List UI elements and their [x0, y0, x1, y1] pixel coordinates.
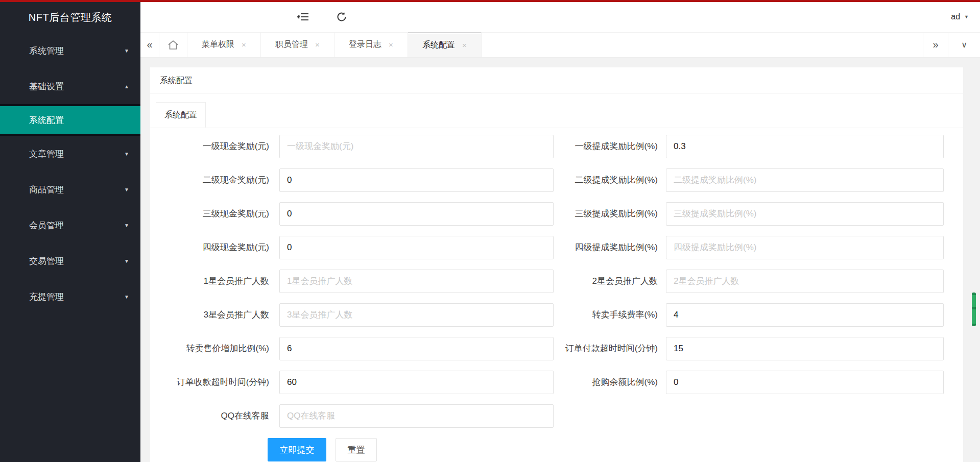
- tab-3[interactable]: 登录日志×: [334, 32, 408, 57]
- form-input-right-4[interactable]: [666, 236, 944, 259]
- field-gap: [658, 168, 666, 192]
- field-gap: [269, 168, 279, 192]
- form-input-left-2[interactable]: [279, 168, 554, 192]
- sidebar-item-2[interactable]: 基础设置▲: [0, 68, 140, 104]
- refresh-icon: [336, 11, 347, 22]
- vertical-scrollbar-thumb[interactable]: [972, 293, 976, 326]
- sidebar-item-label: 基础设置: [29, 81, 124, 92]
- field-gap: [658, 270, 666, 293]
- sidebar-item-4[interactable]: 商品管理▼: [0, 172, 140, 207]
- field-gap: [269, 135, 279, 158]
- form-input-right-3[interactable]: [666, 202, 944, 226]
- form-label: 三级提成奖励比例(%): [554, 202, 658, 226]
- chevron-down-icon: ▼: [124, 258, 129, 264]
- form-label: 订单收款超时时间(分钟): [150, 371, 269, 394]
- tab-1[interactable]: 菜单权限×: [187, 32, 261, 57]
- form-input-right-5[interactable]: [666, 270, 944, 293]
- tab-2[interactable]: 职员管理×: [261, 32, 334, 57]
- form-input-left-9[interactable]: [279, 404, 554, 428]
- form-label: 四级提成奖励比例(%): [554, 236, 658, 259]
- form-input-left-4[interactable]: [279, 236, 554, 259]
- form-buttons: 立即提交重置: [150, 438, 963, 461]
- tab-label: 职员管理: [275, 39, 308, 50]
- form-label: 转卖售价增加比例(%): [150, 337, 269, 360]
- form-input-left-7[interactable]: [279, 337, 554, 360]
- form-label: 转卖手续费率(%): [554, 303, 658, 327]
- form-label: 三级现金奖励(元): [150, 202, 269, 226]
- submit-button[interactable]: 立即提交: [268, 438, 326, 461]
- form-input-right-6[interactable]: [666, 303, 944, 327]
- form-label: 四级现金奖励(元): [150, 236, 269, 259]
- field-gap: [658, 236, 666, 259]
- form-label: 二级提成奖励比例(%): [554, 168, 658, 192]
- tabs-scroll-left-button[interactable]: «: [140, 32, 159, 57]
- form-input-right-8[interactable]: [666, 371, 944, 394]
- field-gap: [658, 371, 666, 394]
- field-gap: [658, 303, 666, 327]
- inner-tab-system-config[interactable]: 系统配置: [156, 102, 206, 128]
- form-input-left-3[interactable]: [279, 202, 554, 226]
- form-label: 3星会员推广人数: [150, 303, 269, 327]
- home-tab-button[interactable]: [159, 32, 187, 57]
- chevron-down-icon: ▼: [124, 187, 129, 192]
- form-row: 一级现金奖励(元)一级提成奖励比例(%): [150, 135, 963, 158]
- field-gap: [658, 337, 666, 360]
- topbar: ad ▼: [140, 2, 980, 33]
- form-label: 一级现金奖励(元): [150, 135, 269, 158]
- form-row: 订单收款超时时间(分钟)抢购余额比例(%): [150, 371, 963, 394]
- chevron-down-icon: ▼: [124, 294, 129, 300]
- form-input-left-5[interactable]: [279, 270, 554, 293]
- field-gap: [269, 270, 279, 293]
- tabs-scroll-right-button[interactable]: »: [923, 32, 948, 57]
- tab-4[interactable]: 系统配置×: [408, 32, 482, 57]
- sidebar-item-7[interactable]: 充提管理▼: [0, 279, 140, 314]
- sidebar-submenu-item-label: 系统配置: [29, 114, 64, 126]
- form-input-left-1[interactable]: [279, 135, 554, 158]
- sidebar-item-5[interactable]: 会员管理▼: [0, 207, 140, 243]
- tabbar-spacer: [482, 32, 923, 57]
- sidebar-item-1[interactable]: 系统管理▼: [0, 33, 140, 68]
- field-gap: [269, 202, 279, 226]
- sidebar-item-3[interactable]: 文章管理▼: [0, 136, 140, 172]
- sidebar: NFT后台管理系统 系统管理▼基础设置▲系统配置文章管理▼商品管理▼会员管理▼交…: [0, 2, 140, 462]
- outdent-icon: [297, 12, 309, 22]
- tab-label: 系统配置: [422, 40, 455, 51]
- tabs-actions-button[interactable]: ∨: [948, 32, 980, 57]
- top-accent-strip: [0, 0, 980, 2]
- form-label: 抢购余额比例(%): [554, 371, 658, 394]
- refresh-button[interactable]: [331, 2, 352, 32]
- user-menu[interactable]: ad ▼: [951, 2, 969, 32]
- reset-button[interactable]: 重置: [336, 438, 377, 461]
- form-input-right-1[interactable]: [666, 135, 944, 158]
- form-label: 二级现金奖励(元): [150, 168, 269, 192]
- sidebar-submenu-item-1[interactable]: 系统配置: [0, 106, 140, 134]
- form-input-right-7[interactable]: [666, 337, 944, 360]
- sidebar-item-label: 系统管理: [29, 45, 124, 57]
- user-name: ad: [951, 12, 960, 21]
- tab-close-icon[interactable]: ×: [462, 41, 467, 50]
- form-input-left-8[interactable]: [279, 371, 554, 394]
- sidebar-item-6[interactable]: 交易管理▼: [0, 243, 140, 279]
- chevron-down-icon: ▼: [124, 223, 129, 228]
- form-label: QQ在线客服: [150, 404, 269, 428]
- form-row: 四级现金奖励(元)四级提成奖励比例(%): [150, 236, 963, 259]
- form-row: 1星会员推广人数2星会员推广人数: [150, 270, 963, 293]
- tab-close-icon[interactable]: ×: [315, 40, 320, 49]
- form-row: 转卖售价增加比例(%)订单付款超时时间(分钟): [150, 337, 963, 360]
- form-input-right-2[interactable]: [666, 168, 944, 192]
- chevron-up-icon: ▲: [124, 84, 129, 89]
- tab-label: 登录日志: [349, 39, 381, 50]
- collapse-sidebar-button[interactable]: [293, 2, 314, 32]
- field-gap: [269, 303, 279, 327]
- inner-tabs: 系统配置: [150, 102, 963, 128]
- tab-close-icon[interactable]: ×: [389, 40, 393, 49]
- field-gap: [269, 337, 279, 360]
- form-label: 2星会员推广人数: [554, 270, 658, 293]
- sidebar-submenu: 系统配置: [0, 104, 140, 136]
- caret-down-icon: ▼: [964, 14, 969, 19]
- form-input-left-6[interactable]: [279, 303, 554, 327]
- form-label: 订单付款超时时间(分钟): [554, 337, 658, 360]
- field-gap: [269, 371, 279, 394]
- tab-close-icon[interactable]: ×: [242, 40, 246, 49]
- tabbar: « 菜单权限×职员管理×登录日志×系统配置× » ∨: [140, 32, 980, 58]
